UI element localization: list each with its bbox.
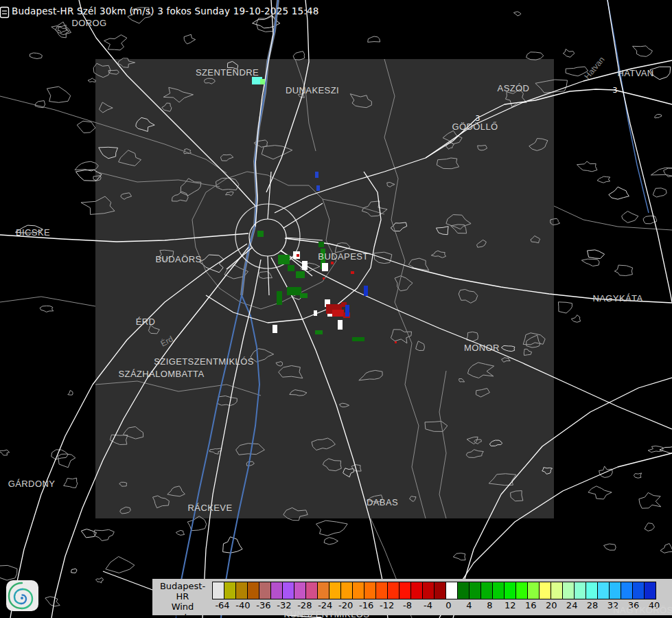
radar-echo	[315, 172, 318, 178]
colorbar-cell	[540, 582, 551, 599]
colorbar-cell	[493, 582, 505, 599]
colorbar-cell	[318, 582, 329, 599]
colorbar-cell	[621, 582, 633, 599]
colorbar-tick-label: -24	[318, 600, 332, 610]
colorbar-cell	[446, 582, 458, 599]
colorbar-tick-label: -20	[338, 600, 353, 610]
colorbar-cell	[213, 582, 224, 599]
colorbar-cell	[236, 582, 248, 599]
radar-echo	[277, 291, 282, 305]
colorbar-tick-label: 12	[505, 600, 516, 610]
radar-echo	[257, 231, 264, 237]
colorbar-tick-label: 36	[628, 600, 640, 610]
colorbar-cell	[633, 582, 645, 599]
colorbar-cell	[505, 582, 516, 599]
colorbar	[212, 582, 656, 599]
colorbar-cell	[376, 582, 388, 599]
colorbar-cell	[353, 582, 364, 599]
colorbar-cell	[528, 582, 540, 599]
wind-legend: Budapest-HR Wind m/s -64-40-36-32-28-24-…	[152, 579, 672, 615]
radar-echo	[288, 265, 294, 271]
colorbar-cell	[575, 582, 586, 599]
radar-echo	[314, 310, 317, 316]
colorbar-tick-label: 32	[607, 600, 619, 610]
radar-echo	[352, 337, 364, 341]
title-glyph-icon	[0, 6, 11, 19]
colorbar-tick-label: -16	[359, 600, 373, 610]
radar-echo	[395, 341, 397, 343]
colorbar-cell	[248, 582, 259, 599]
colorbar-cell	[470, 582, 481, 599]
colorbar-cell	[598, 582, 610, 599]
colorbar-tick-label: 8	[487, 600, 492, 610]
colorbar-cell	[224, 582, 236, 599]
product-title: Budapest-HR Szél 30km (m/s) 3 fokos Sund…	[12, 5, 319, 16]
colorbar-cell	[423, 582, 435, 599]
radar-echo	[322, 263, 328, 271]
colorbar-tick-label: -64	[215, 600, 229, 610]
radar-echo	[273, 325, 277, 333]
radar-echo	[323, 277, 325, 279]
colorbar-tick-label: -32	[277, 600, 291, 610]
colorbar-cell	[306, 582, 318, 599]
radar-map	[0, 0, 672, 618]
radar-echo	[296, 271, 305, 278]
colorbar-tick-label: -36	[256, 600, 270, 610]
radar-echo	[297, 254, 299, 257]
met-service-logo	[6, 580, 38, 611]
spiral-logo-icon	[6, 580, 38, 611]
colorbar-cell	[435, 582, 446, 599]
colorbar-cell	[271, 582, 283, 599]
colorbar-cell	[610, 582, 621, 599]
colorbar-cell	[329, 582, 341, 599]
colorbar-cell	[586, 582, 598, 599]
colorbar-tick-label: -28	[297, 600, 312, 610]
colorbar-cell	[458, 582, 470, 599]
colorbar-cell	[283, 582, 294, 599]
radar-echo	[300, 293, 308, 298]
colorbar-cell	[399, 582, 411, 599]
legend-station: Budapest-HR	[154, 581, 211, 602]
colorbar-cell	[551, 582, 563, 599]
colorbar-cell	[341, 582, 353, 599]
colorbar-tick-label: 28	[587, 600, 599, 610]
colorbar-tick-label: -4	[424, 600, 432, 610]
radar-echo	[338, 320, 343, 330]
radar-coverage-area	[95, 59, 554, 518]
colorbar-cell	[645, 582, 656, 599]
radar-screen: Budapest-HR Szél 30km (m/s) 3 fokos Sund…	[0, 0, 672, 618]
colorbar-cell	[259, 582, 271, 599]
colorbar-tick-label: 20	[546, 600, 557, 610]
radar-echo	[345, 305, 349, 317]
colorbar-tick-label: 40	[649, 600, 660, 610]
colorbar-tick-label: 16	[525, 600, 537, 610]
radar-echo	[316, 185, 320, 191]
colorbar-cell	[294, 582, 306, 599]
radar-echo	[331, 262, 334, 264]
colorbar-tick-label: -8	[403, 600, 412, 610]
colorbar-cell	[388, 582, 399, 599]
radar-echo	[332, 310, 344, 317]
radar-echo	[318, 242, 324, 247]
colorbar-cell	[411, 582, 423, 599]
radar-echo	[315, 330, 323, 334]
radar-echo	[364, 286, 368, 296]
colorbar-cell	[516, 582, 528, 599]
colorbar-tick-label: -12	[380, 600, 394, 610]
radar-echo	[302, 261, 308, 270]
radar-echo	[287, 287, 301, 295]
legend-unit: m/s	[154, 612, 211, 618]
colorbar-tick-label: -40	[235, 600, 250, 610]
radar-echo	[351, 271, 354, 274]
colorbar-tick-label: 4	[466, 600, 472, 610]
colorbar-ticks: -64-40-36-32-28-24-20-16-12-8-4048121620…	[152, 600, 672, 613]
radar-echo	[260, 79, 265, 84]
colorbar-tick-label: 24	[566, 600, 578, 610]
colorbar-cell	[481, 582, 493, 599]
radar-echo	[278, 255, 290, 264]
colorbar-cell	[563, 582, 575, 599]
colorbar-cell	[364, 582, 376, 599]
colorbar-tick-label: 0	[445, 600, 451, 610]
